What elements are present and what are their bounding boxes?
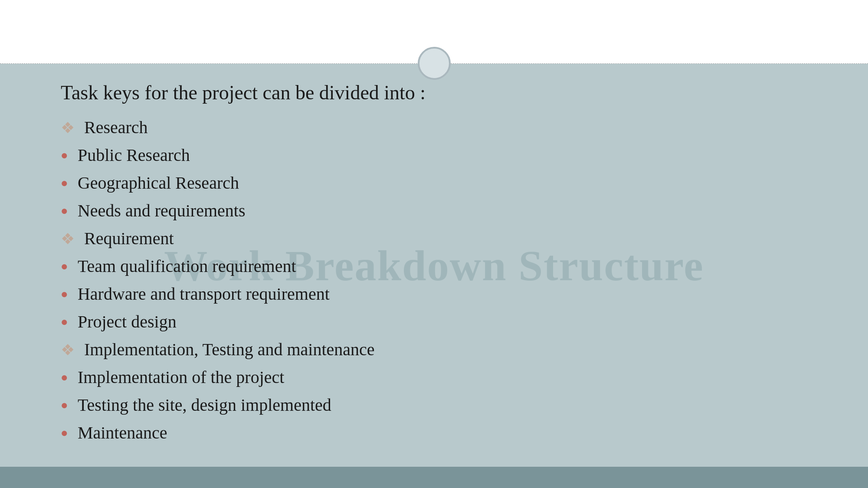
list-item-text: Hardware and transport requirement: [78, 283, 807, 305]
diamond-bullet-icon: ❖: [61, 118, 75, 138]
circle-bullet-icon: ●: [61, 286, 68, 302]
list-item-text: Requirement: [84, 227, 807, 250]
list-item: ●Maintenance: [61, 422, 807, 444]
diamond-bullet-icon: ❖: [61, 229, 75, 249]
circle-decoration: [418, 47, 451, 80]
list-item: ●Hardware and transport requirement: [61, 283, 807, 305]
circle-bullet-icon: ●: [61, 259, 68, 274]
circle-bullet-icon: ●: [61, 425, 68, 441]
slide-title: Task keys for the project can be divided…: [61, 81, 807, 104]
list-item: ●Implementation of the project: [61, 366, 807, 389]
list-item-text: Implementation, Testing and maintenance: [84, 338, 807, 361]
circle-bullet-icon: ●: [61, 314, 68, 330]
main-content-area: Work Breakdown Structure Task keys for t…: [0, 64, 868, 467]
slide-container: Work Breakdown Structure Task keys for t…: [0, 0, 868, 488]
diamond-bullet-icon: ❖: [61, 340, 75, 360]
list-item-text: Needs and requirements: [78, 200, 807, 222]
circle-bullet-icon: ●: [61, 203, 68, 219]
list-item: ❖Requirement: [61, 227, 807, 250]
list-item: ❖Research: [61, 116, 807, 139]
list-item: ●Public Research: [61, 144, 807, 167]
top-white-area: [0, 0, 868, 64]
list-item: ●Testing the site, design implemented: [61, 394, 807, 416]
list-item: ❖Implementation, Testing and maintenance: [61, 338, 807, 361]
list-container: ❖Research●Public Research●Geographical R…: [61, 116, 807, 444]
list-item-text: Testing the site, design implemented: [78, 394, 807, 416]
circle-bullet-icon: ●: [61, 370, 68, 385]
circle-bullet-icon: ●: [61, 175, 68, 191]
list-item-text: Implementation of the project: [78, 366, 807, 389]
list-item-text: Public Research: [78, 144, 807, 167]
list-item-text: Research: [84, 116, 807, 139]
list-item-text: Project design: [78, 311, 807, 333]
list-item-text: Team qualification requirement: [78, 255, 807, 278]
list-item-text: Maintenance: [78, 422, 807, 444]
circle-bullet-icon: ●: [61, 397, 68, 413]
bottom-bar: [0, 467, 868, 488]
list-item: ●Team qualification requirement: [61, 255, 807, 278]
list-item: ●Project design: [61, 311, 807, 333]
list-item-text: Geographical Research: [78, 172, 807, 194]
list-item: ●Needs and requirements: [61, 200, 807, 222]
circle-bullet-icon: ●: [61, 147, 68, 163]
list-item: ●Geographical Research: [61, 172, 807, 194]
